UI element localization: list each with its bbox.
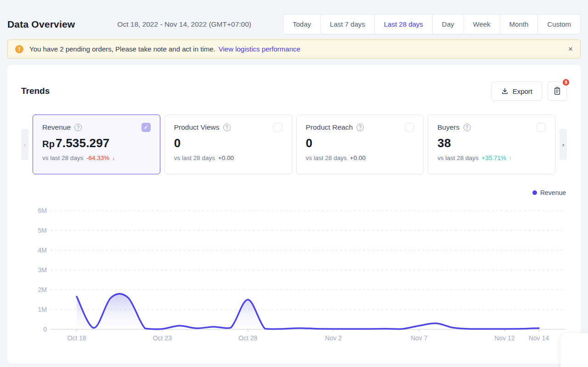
revenue-chart: 01M2M3M4M5M6MOct 18Oct 23Oct 28Nov 2Nov … — [32, 200, 567, 344]
metric-checkbox[interactable] — [273, 123, 283, 132]
banner-message: You have 2 pending orders, Please take n… — [29, 45, 215, 53]
warning-icon: ! — [15, 45, 23, 53]
metric-card-buyers[interactable]: Buyers?38vs last 28 days +35.71% ↑ — [428, 115, 555, 174]
metric-checkbox[interactable] — [537, 123, 546, 132]
help-icon[interactable]: ? — [223, 124, 231, 131]
metric-label: Product Views — [174, 123, 220, 132]
svg-text:5M: 5M — [38, 227, 47, 234]
svg-text:Oct 18: Oct 18 — [67, 334, 86, 342]
legend-dot-icon — [532, 190, 537, 195]
change-value: +0.00 — [218, 155, 234, 161]
range-tab-last-7-days[interactable]: Last 7 days — [320, 15, 374, 34]
download-icon — [501, 87, 509, 95]
help-icon[interactable]: ? — [74, 124, 82, 131]
carousel-prev-button[interactable]: ‹ — [21, 129, 28, 160]
svg-text:0: 0 — [43, 326, 47, 333]
metric-cards-row: ‹Revenue?✓Rp7.535.297vs last 28 days -64… — [21, 115, 567, 174]
svg-text:1M: 1M — [38, 306, 47, 313]
chart-legend: Revenue — [21, 189, 567, 196]
range-tab-last-28-days[interactable]: Last 28 days — [374, 15, 432, 34]
metric-card-product-views[interactable]: Product Views?0vs last 28 days +0.00 — [164, 115, 292, 174]
date-range: Oct 18, 2022 - Nov 14, 2022 (GMT+07:00) — [117, 20, 251, 29]
trends-section: Trends Export 9 ‹Revenue?✓Rp7.535.297vs … — [7, 65, 581, 363]
change-value: +0.00 — [350, 155, 366, 161]
logistics-performance-link[interactable]: View logistics performance — [219, 45, 300, 53]
metric-card-revenue[interactable]: Revenue?✓Rp7.535.297vs last 28 days -64.… — [33, 115, 160, 174]
metric-checkbox[interactable] — [405, 123, 414, 132]
metric-value: 38 — [437, 136, 546, 150]
metric-compare: vs last 28 days +35.71% ↑ — [437, 155, 546, 161]
carousel-next-button[interactable]: › — [560, 129, 567, 160]
metric-card-head: Buyers? — [437, 123, 546, 132]
help-icon[interactable]: ? — [356, 124, 364, 131]
page-title: Data Overview — [7, 19, 75, 30]
svg-text:4M: 4M — [38, 247, 47, 254]
change-value: -64.33% — [86, 155, 109, 161]
svg-text:2M: 2M — [38, 286, 47, 293]
svg-text:Oct 28: Oct 28 — [238, 334, 257, 342]
banner-close-icon[interactable]: × — [568, 45, 573, 53]
help-icon[interactable]: ? — [464, 124, 471, 131]
legend-label: Revenue — [540, 189, 566, 196]
metric-value: 0 — [174, 136, 283, 150]
notification-badge: 9 — [562, 78, 570, 86]
metric-checkbox[interactable]: ✓ — [141, 123, 151, 132]
trend-arrow-icon: ↓ — [110, 155, 115, 161]
change-value: +35.71% — [481, 155, 506, 161]
section-title: Trends — [21, 86, 50, 96]
metric-card-head: Product Views? — [174, 123, 283, 132]
metric-label: Revenue — [42, 123, 71, 132]
svg-text:Nov 2: Nov 2 — [325, 334, 342, 342]
svg-text:Nov 14: Nov 14 — [529, 334, 549, 342]
metric-value: 0 — [306, 136, 414, 150]
metric-compare: vs last 28 days -64.33% ↓ — [42, 155, 151, 161]
metric-compare: vs last 28 days +0.00 — [306, 155, 414, 161]
range-tab-month[interactable]: Month — [500, 15, 538, 34]
svg-text:Nov 7: Nov 7 — [411, 334, 428, 342]
metric-label: Buyers — [437, 123, 459, 132]
metric-compare: vs last 28 days +0.00 — [174, 155, 283, 161]
top-bar: Data Overview Oct 18, 2022 - Nov 14, 202… — [0, 0, 588, 40]
export-label: Export — [513, 87, 532, 95]
metric-card-head: Product Reach? — [306, 123, 414, 132]
svg-text:Oct 23: Oct 23 — [153, 334, 172, 342]
range-tab-today[interactable]: Today — [283, 15, 320, 34]
trends-actions: Export 9 — [492, 81, 567, 101]
metric-label: Product Reach — [306, 123, 353, 132]
trend-arrow-icon: ↑ — [507, 155, 512, 161]
clipboard-icon — [553, 86, 562, 96]
range-tab-day[interactable]: Day — [432, 15, 464, 34]
svg-text:Nov 12: Nov 12 — [494, 334, 515, 342]
range-tab-week[interactable]: Week — [464, 15, 500, 34]
date-range-tabs: TodayLast 7 daysLast 28 daysDayWeekMonth… — [283, 14, 581, 34]
currency-prefix: Rp — [42, 139, 55, 149]
pending-orders-banner: ! You have 2 pending orders, Please take… — [7, 40, 581, 58]
metric-value: Rp7.535.297 — [42, 136, 151, 150]
trends-header: Trends Export 9 — [21, 81, 567, 101]
export-button[interactable]: Export — [492, 81, 542, 101]
floating-widget[interactable] — [560, 333, 588, 367]
metric-card-product-reach[interactable]: Product Reach?0vs last 28 days +0.00 — [296, 115, 424, 174]
svg-text:3M: 3M — [38, 266, 47, 274]
range-tab-custom[interactable]: Custom — [537, 15, 580, 34]
svg-text:6M: 6M — [38, 207, 47, 214]
clipboard-button[interactable]: 9 — [548, 81, 567, 101]
metric-card-head: Revenue?✓ — [42, 123, 151, 132]
